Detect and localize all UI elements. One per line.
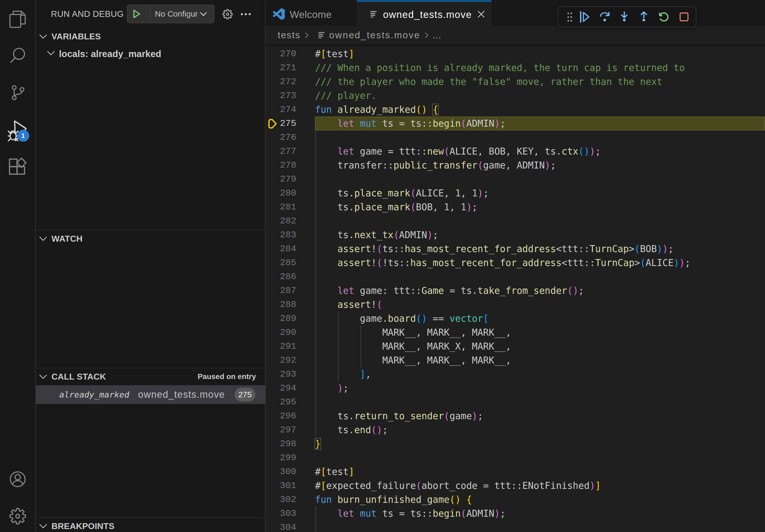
config-label[interactable]: No Configurati xyxy=(155,9,197,19)
debug-stop-button[interactable] xyxy=(675,7,693,27)
debug-continue-button[interactable] xyxy=(576,7,593,27)
line-number[interactable]: 304 xyxy=(266,520,297,532)
activity-search[interactable] xyxy=(0,38,35,74)
section-breakpoints[interactable]: BREAKPOINTS xyxy=(36,518,266,532)
line-number[interactable]: 299 xyxy=(266,451,297,465)
line-number[interactable]: 274 xyxy=(266,103,297,117)
code-token: BOB xyxy=(640,243,657,254)
line-number[interactable]: 300 xyxy=(266,465,297,479)
code-token: 1 xyxy=(472,188,478,198)
step-over-icon xyxy=(598,11,611,23)
line-number[interactable]: 288 xyxy=(266,298,297,312)
line-number[interactable]: 296 xyxy=(266,409,297,423)
line-number[interactable]: 287 xyxy=(266,284,297,298)
toolbar-drag-handle[interactable] xyxy=(561,7,578,27)
line-number[interactable]: 270 xyxy=(266,47,297,61)
code-line-287: let game: ttt::Game = ts.take_from_sende… xyxy=(315,284,584,298)
files-icon xyxy=(9,10,26,29)
line-number[interactable]: 280 xyxy=(266,186,297,200)
code-line-292: MARK__, MARK__, MARK__, xyxy=(315,353,511,367)
code-token: ( xyxy=(634,243,640,254)
activity-source-control[interactable] xyxy=(0,74,35,111)
line-number[interactable]: 282 xyxy=(266,214,297,228)
line-number[interactable]: 273 xyxy=(266,89,297,103)
activity-account[interactable] xyxy=(0,461,35,497)
code-token: let xyxy=(338,508,355,519)
line-number[interactable]: 291 xyxy=(266,339,297,353)
line-number[interactable]: 272 xyxy=(266,75,297,89)
code-token: ; xyxy=(578,285,584,296)
line-number[interactable]: 271 xyxy=(266,61,297,75)
line-number[interactable]: 286 xyxy=(266,270,297,284)
code-token: ) xyxy=(494,508,500,519)
code-token: ts. xyxy=(315,424,354,435)
code-token: ) xyxy=(674,257,679,268)
line-number[interactable]: 276 xyxy=(266,131,297,144)
line-number[interactable]: 298 xyxy=(266,437,297,451)
code-token: ] xyxy=(349,466,355,477)
code-token: > xyxy=(634,257,640,268)
debug-toolbar xyxy=(558,6,696,27)
more-actions-icon[interactable] xyxy=(240,8,252,20)
code-token xyxy=(315,257,338,268)
line-number[interactable]: 297 xyxy=(266,423,297,437)
line-number[interactable]: 283 xyxy=(266,228,297,242)
code-token: 1 xyxy=(461,202,466,212)
activity-extensions[interactable] xyxy=(0,147,35,184)
line-number[interactable]: 294 xyxy=(266,381,297,395)
code-token xyxy=(315,243,338,254)
code-token: abort_code = ttt::ENotFinished xyxy=(421,480,589,491)
activity-explorer[interactable] xyxy=(0,1,35,38)
line-number[interactable]: 290 xyxy=(266,326,297,339)
line-number[interactable]: 292 xyxy=(266,353,297,367)
code-token: ts = ts:: xyxy=(377,508,432,519)
call-stack-frame-row[interactable]: already_marked owned_tests.move 275 xyxy=(36,385,266,404)
line-number[interactable]: 303 xyxy=(266,507,297,520)
line-number[interactable]: 277 xyxy=(266,144,297,158)
code-token: ) xyxy=(494,118,500,129)
section-variables[interactable]: VARIABLES xyxy=(36,28,266,45)
line-number[interactable]: 285 xyxy=(266,256,297,270)
activity-settings[interactable] xyxy=(0,498,35,532)
code-token: burn_unfinished_game xyxy=(338,494,449,505)
debug-settings-gear-icon[interactable] xyxy=(222,9,233,20)
code-token: ( xyxy=(377,299,382,310)
variables-scope-row[interactable]: locals: already_marked xyxy=(36,45,266,63)
debug-config-picker[interactable]: No Configurati xyxy=(127,5,215,23)
code-token xyxy=(315,118,338,129)
code-token: [ xyxy=(321,49,326,59)
line-number[interactable]: 302 xyxy=(266,493,297,507)
code-token: () xyxy=(567,285,578,296)
debug-step-out-button[interactable] xyxy=(635,7,652,27)
chevron-down-icon xyxy=(39,32,47,40)
section-call-stack[interactable]: CALL STACK Paused on entry xyxy=(36,368,266,385)
line-number[interactable]: 284 xyxy=(266,242,297,256)
activity-run-debug[interactable]: 1 xyxy=(0,111,35,147)
frame-line-badge: 275 xyxy=(235,388,256,401)
code-token: MARK__, MARK__, MARK__, xyxy=(315,355,511,366)
line-number[interactable]: 278 xyxy=(266,158,297,172)
line-number[interactable]: 279 xyxy=(266,172,297,186)
code-token xyxy=(315,285,338,296)
code-token: ts. xyxy=(315,188,354,198)
line-number[interactable]: 275 xyxy=(266,117,297,131)
code-token: () xyxy=(371,424,382,435)
start-debug-icon[interactable] xyxy=(130,8,142,20)
line-number[interactable]: 289 xyxy=(266,312,297,326)
line-number[interactable]: 295 xyxy=(266,395,297,409)
code-token: ) xyxy=(338,383,343,394)
code-token: ( xyxy=(461,508,466,519)
line-number[interactable]: 293 xyxy=(266,367,297,381)
line-number[interactable]: 301 xyxy=(266,479,297,493)
code-token: ) xyxy=(679,257,685,268)
debug-step-over-button[interactable] xyxy=(596,7,613,27)
debug-restart-button[interactable] xyxy=(655,7,672,27)
code-token: place_mark xyxy=(355,202,410,212)
code-token: ts = ts:: xyxy=(377,118,432,129)
code-editor[interactable]: 2702712722732742752762772782792802812822… xyxy=(266,0,765,532)
section-watch[interactable]: WATCH xyxy=(36,230,266,247)
code-token: ; xyxy=(483,188,489,198)
code-token: assert xyxy=(338,243,371,254)
debug-step-into-button[interactable] xyxy=(616,7,633,27)
line-number[interactable]: 281 xyxy=(266,200,297,214)
